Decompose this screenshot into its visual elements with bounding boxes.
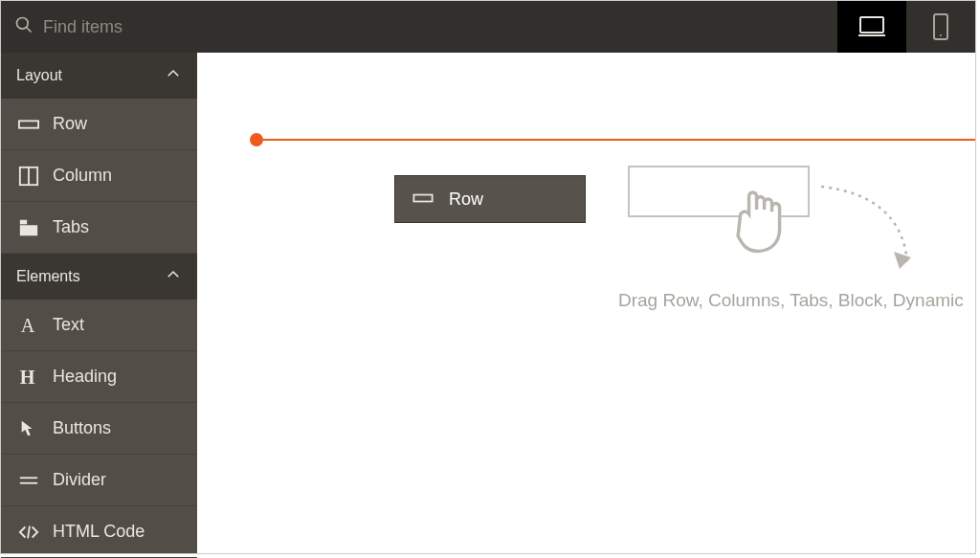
dropzone-hint: Drag Row, Columns, Tabs, Block, Dynamic (618, 290, 964, 311)
svg-marker-17 (894, 252, 911, 269)
svg-point-5 (940, 34, 942, 36)
grab-hand-icon (725, 179, 794, 259)
sidebar-item-heading[interactable]: H Heading (1, 351, 197, 403)
svg-text:A: A (21, 315, 35, 336)
tabs-icon (18, 217, 39, 238)
row-icon (18, 114, 39, 135)
svg-text:H: H (20, 367, 35, 388)
svg-line-1 (27, 28, 32, 33)
section-title: Layout (16, 67, 62, 84)
sidebar-item-label: Divider (53, 470, 106, 490)
sidebar-item-label: Tabs (53, 217, 89, 237)
drag-chip-label: Row (449, 190, 483, 210)
insertion-guide-line (255, 139, 975, 141)
section-header-layout[interactable]: Layout (1, 53, 197, 99)
sidebar-item-label: HTML Code (53, 522, 145, 542)
sidebar-item-text[interactable]: A Text (1, 300, 197, 351)
sidebar-item-label: Column (53, 166, 112, 186)
search-icon (14, 15, 33, 38)
drag-chip-row[interactable]: Row (394, 175, 586, 223)
chevron-up-icon (165, 266, 182, 287)
section-header-elements[interactable]: Elements (1, 254, 197, 300)
insertion-guide-dot (250, 133, 263, 146)
sidebar-item-buttons[interactable]: Buttons (1, 403, 197, 455)
search-input[interactable] (43, 17, 824, 37)
svg-rect-10 (20, 219, 27, 224)
sidebar-item-divider[interactable]: Divider (1, 455, 197, 506)
sidebar-item-label: Buttons (53, 418, 111, 438)
column-icon (18, 166, 39, 187)
svg-line-15 (28, 525, 30, 538)
buttons-icon (18, 418, 39, 439)
text-icon: A (18, 315, 39, 336)
sidebar: Layout Row Column Tabs Elements (1, 53, 197, 553)
sidebar-item-column[interactable]: Column (1, 150, 197, 202)
row-icon (412, 190, 434, 210)
search-wrap (1, 15, 837, 38)
device-mobile-button[interactable] (906, 1, 975, 53)
svg-rect-6 (19, 121, 38, 127)
sidebar-item-label: Row (53, 114, 87, 134)
divider-icon (18, 470, 39, 491)
sidebar-item-tabs[interactable]: Tabs (1, 202, 197, 254)
svg-rect-9 (20, 225, 37, 235)
html-code-icon (18, 522, 39, 543)
svg-point-0 (17, 18, 29, 30)
sidebar-item-label: Heading (53, 367, 117, 387)
section-title: Elements (16, 268, 80, 285)
svg-rect-16 (413, 194, 432, 201)
arrow-head-icon (894, 252, 915, 277)
sidebar-item-label: Text (53, 315, 84, 335)
chevron-up-icon (165, 65, 182, 86)
sidebar-item-row[interactable]: Row (1, 99, 197, 150)
topbar (1, 1, 975, 53)
svg-rect-2 (860, 17, 883, 33)
heading-icon: H (18, 367, 39, 388)
canvas[interactable]: Row Drag Row, Columns, Tabs, Block, Dyna… (197, 53, 975, 553)
sidebar-item-html-code[interactable]: HTML Code (1, 506, 197, 558)
device-desktop-button[interactable] (837, 1, 906, 53)
app-frame: Layout Row Column Tabs Elements (0, 0, 976, 554)
